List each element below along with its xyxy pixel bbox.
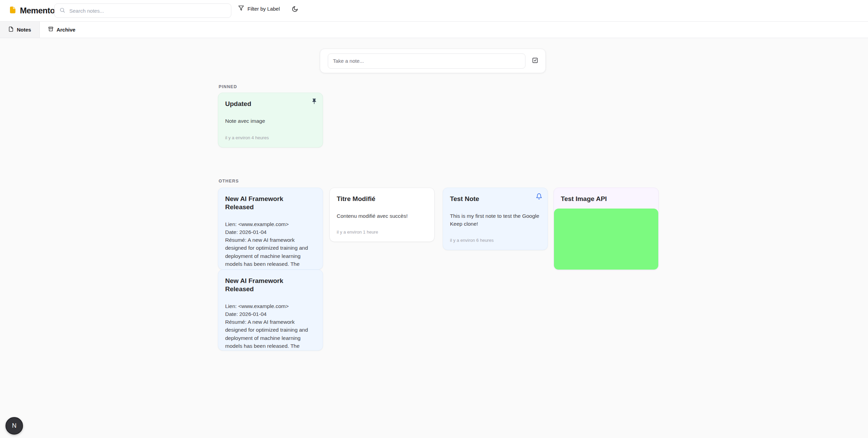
bell-icon[interactable]	[535, 192, 543, 201]
note-title: Updated	[225, 100, 316, 108]
others-section-label: OTHERS	[219, 179, 239, 184]
avatar-initial: N	[12, 422, 16, 429]
note-timestamp: il y a environ 1 heure	[337, 225, 427, 235]
app-logo-icon	[9, 5, 16, 16]
note-card[interactable]: Test NoteThis is my first note to test t…	[443, 188, 548, 250]
search-icon	[59, 7, 65, 14]
tab-bar: Notes Archive	[0, 22, 868, 38]
note-card[interactable]: Test Image API	[554, 188, 659, 270]
filter-by-label-button[interactable]: Filter by Label	[236, 5, 282, 12]
search-box	[54, 3, 231, 18]
user-avatar[interactable]: N	[5, 417, 23, 435]
note-content: Lien: <www.example.com> Date: 2026-01-04…	[225, 302, 316, 351]
note-title: New AI Framework Released	[225, 277, 316, 293]
checkbox-icon	[532, 60, 539, 65]
brand: Memento	[9, 5, 55, 16]
note-icon	[8, 26, 14, 33]
note-image	[554, 209, 658, 270]
note-content: This is my first note to test the Google…	[450, 212, 541, 228]
tab-archive[interactable]: Archive	[40, 22, 84, 38]
take-note-input[interactable]	[328, 54, 525, 69]
new-checklist-button[interactable]	[530, 56, 540, 66]
note-title: Titre Modifié	[337, 195, 427, 203]
pinned-section-label: PINNED	[219, 84, 237, 89]
note-title: Test Note	[450, 195, 541, 203]
note-timestamp: il y a environ 6 heures	[450, 233, 541, 243]
note-timestamp: il y a environ 4 heures	[225, 130, 316, 140]
filter-label: Filter by Label	[247, 6, 280, 12]
header: Memento Filter by Label	[0, 0, 868, 22]
tab-notes[interactable]: Notes	[0, 22, 40, 38]
note-title: Test Image API	[561, 195, 651, 203]
note-title: New AI Framework Released	[225, 195, 316, 211]
tab-archive-label: Archive	[57, 27, 76, 33]
note-content: Contenu modifié avec succès!	[337, 212, 427, 220]
dark-mode-toggle[interactable]	[291, 5, 299, 14]
archive-icon	[48, 26, 54, 33]
app-title: Memento	[20, 6, 55, 15]
note-content: Note avec image	[225, 117, 316, 125]
note-card[interactable]: New AI Framework ReleasedLien: <www.exam…	[218, 188, 323, 270]
note-card[interactable]: Titre ModifiéContenu modifié avec succès…	[329, 188, 435, 242]
moon-icon	[292, 8, 298, 13]
search-input[interactable]	[69, 8, 226, 14]
note-content: Lien: <www.example.com> Date: 2026-01-04…	[225, 220, 316, 270]
note-composer	[320, 49, 546, 73]
pin-icon[interactable]	[310, 97, 318, 106]
filter-icon	[238, 5, 244, 12]
note-card[interactable]: UpdatedNote avec imageil y a environ 4 h…	[218, 93, 323, 147]
note-card[interactable]: New AI Framework ReleasedLien: <www.exam…	[218, 270, 323, 351]
tab-notes-label: Notes	[17, 27, 31, 33]
